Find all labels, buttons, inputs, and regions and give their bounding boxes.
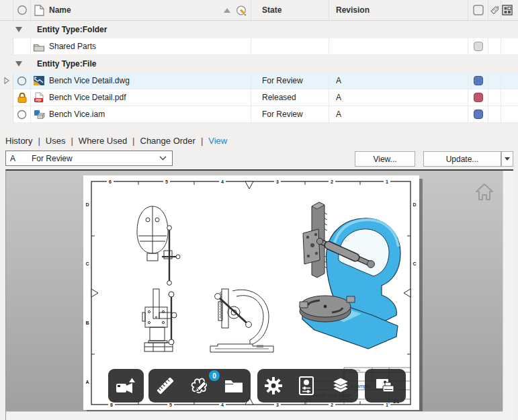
collapse-triangle-icon xyxy=(15,27,22,32)
row-revision-cell xyxy=(329,38,468,54)
tab-separator: | xyxy=(38,136,40,146)
view-front xyxy=(142,289,177,351)
toolbar-group-settings xyxy=(257,369,358,403)
tab-separator: | xyxy=(201,136,203,146)
svg-text:C: C xyxy=(413,261,416,266)
update-button-label: Update... xyxy=(446,155,479,164)
lifecycle-column-header[interactable] xyxy=(468,0,488,20)
view-top xyxy=(137,206,180,285)
view-button-label: View... xyxy=(373,155,396,164)
preview-vertical-scrollbar[interactable] xyxy=(503,171,513,411)
dropdown-arrow-icon xyxy=(505,157,510,161)
row-status-cell[interactable] xyxy=(13,38,31,54)
svg-text:C: C xyxy=(85,261,89,266)
svg-text:B: B xyxy=(85,321,89,325)
row-gutter xyxy=(0,38,13,54)
properties-panel-icon[interactable] xyxy=(298,376,315,396)
tab-separator: | xyxy=(132,136,134,146)
svg-text:5: 5 xyxy=(169,403,172,407)
camera-views-icon[interactable] xyxy=(116,378,136,394)
row-revision-cell: A xyxy=(329,73,468,89)
measure-ruler-icon[interactable] xyxy=(156,376,175,395)
row-tag-cell xyxy=(488,106,501,122)
revision-column-header[interactable]: Revision xyxy=(329,0,468,20)
center-mark-top xyxy=(245,181,253,189)
edit-state-icon xyxy=(236,5,248,16)
row-name-cell[interactable]: Shared Parts xyxy=(47,38,251,54)
row-status-cell[interactable] xyxy=(13,106,31,122)
status-column-header[interactable] xyxy=(13,0,31,20)
row-gutter xyxy=(0,106,13,122)
tab-history[interactable]: History xyxy=(5,136,32,146)
svg-text:1: 1 xyxy=(386,403,388,407)
tab-view[interactable]: View xyxy=(208,136,227,146)
row-end-cell xyxy=(501,73,513,89)
row-name-cell[interactable]: Bench Vice Detail.pdf xyxy=(47,89,251,106)
view-mode-header[interactable] xyxy=(501,0,513,20)
lifecycle-badge-neutral xyxy=(474,42,483,51)
state-column-header[interactable]: State xyxy=(251,0,329,20)
row-end-cell xyxy=(501,38,513,54)
settings-gear-icon[interactable] xyxy=(265,377,282,394)
markup-folder-icon[interactable] xyxy=(224,378,243,393)
markup-cloud-icon[interactable] xyxy=(189,376,210,395)
svg-text:6: 6 xyxy=(109,179,112,184)
toolbar-group-markup xyxy=(148,369,251,403)
group-label: Entity Type:Folder xyxy=(37,25,107,34)
row-gutter xyxy=(0,89,13,106)
file-revision: A xyxy=(336,93,341,102)
preview-horizontal-scrollbar[interactable] xyxy=(6,411,503,420)
print-screenshot-icon[interactable] xyxy=(376,378,395,394)
row-bench-vice-iam[interactable]: Bench Vice.iam For Review A xyxy=(0,106,518,123)
sheets-layers-icon[interactable] xyxy=(331,376,351,395)
file-state: Released xyxy=(262,93,296,102)
svg-text:2: 2 xyxy=(331,403,333,407)
row-name-cell[interactable]: Bench Vice Detail.dwg xyxy=(47,73,251,89)
svg-text:A: A xyxy=(85,380,89,384)
name-column-label: Name xyxy=(49,5,71,15)
tab-uses[interactable]: Uses xyxy=(46,136,66,146)
row-name-cell[interactable]: Bench Vice.iam xyxy=(47,106,251,122)
tag-column-header[interactable] xyxy=(488,0,501,20)
row-lifecycle-cell xyxy=(468,106,488,122)
svg-text:D: D xyxy=(85,202,89,207)
lifecycle-badge-blue xyxy=(474,110,483,119)
center-mark-right xyxy=(404,289,411,297)
scrollbar-corner xyxy=(503,411,513,420)
dropdown-state-value: For Review xyxy=(32,154,73,163)
lifecycle-badge-red xyxy=(474,93,483,102)
row-bench-vice-detail-pdf[interactable]: PDF Bench Vice Detail.pdf Released A xyxy=(0,89,518,106)
group-header-file[interactable]: Entity Type:File xyxy=(0,55,518,73)
view-button[interactable]: View... xyxy=(355,151,415,167)
row-bench-vice-detail-dwg[interactable]: Bench Vice Detail.dwg For Review A xyxy=(0,73,518,89)
view-isometric xyxy=(300,202,400,349)
preview-canvas[interactable]: 6 5 4 3 2 1 8 5 4 3 2 1 D xyxy=(6,171,503,411)
row-status-cell[interactable] xyxy=(13,89,31,106)
row-filetype-cell xyxy=(31,73,47,89)
row-shared-parts[interactable]: Shared Parts xyxy=(0,38,518,55)
row-state-cell: For Review xyxy=(251,73,329,89)
grid-header: Name State Revision xyxy=(0,0,518,21)
revision-state-dropdown[interactable]: A For Review xyxy=(5,151,173,166)
file-name: Bench Vice Detail.dwg xyxy=(49,76,130,85)
file-name: Shared Parts xyxy=(49,42,96,51)
tab-change-order[interactable]: Change Order xyxy=(140,136,196,146)
row-gutter xyxy=(0,73,13,89)
filetype-column-header[interactable] xyxy=(31,0,47,20)
gutter-header xyxy=(0,0,13,20)
checkbox-outline-icon xyxy=(473,5,484,15)
name-column-header[interactable]: Name xyxy=(47,0,251,20)
row-filetype-cell: PDF xyxy=(31,89,47,106)
row-lifecycle-cell xyxy=(468,89,488,106)
home-view-icon[interactable] xyxy=(474,181,495,202)
svg-text:5: 5 xyxy=(165,179,168,184)
group-header-folder[interactable]: Entity Type:Folder xyxy=(0,21,518,38)
row-status-cell[interactable] xyxy=(13,73,31,89)
tab-where-used[interactable]: Where Used xyxy=(79,136,127,146)
row-end-cell xyxy=(501,89,513,106)
file-state: For Review xyxy=(262,110,303,119)
update-button[interactable]: Update... xyxy=(423,151,501,167)
update-dropdown-arrow[interactable] xyxy=(501,151,513,167)
row-state-cell: For Review xyxy=(251,106,329,122)
row-lifecycle-cell xyxy=(468,38,488,54)
